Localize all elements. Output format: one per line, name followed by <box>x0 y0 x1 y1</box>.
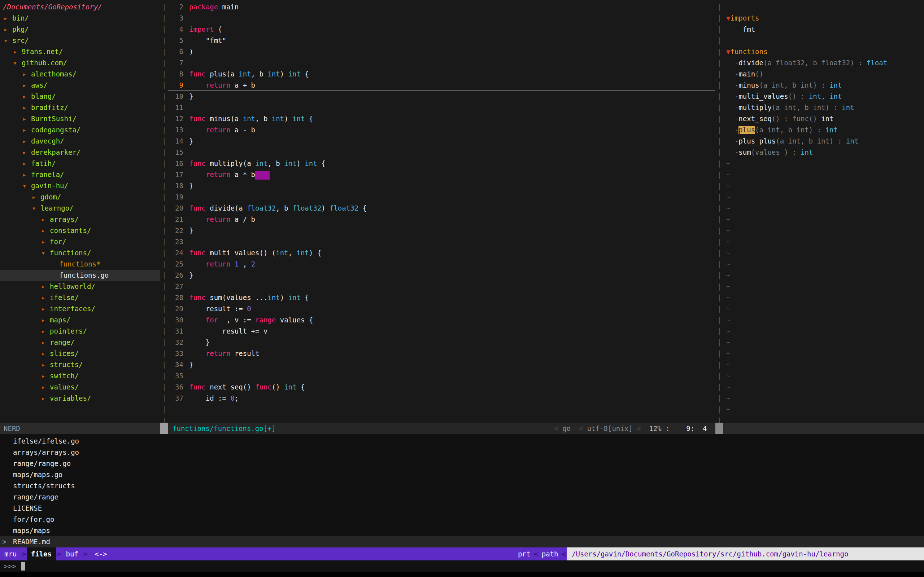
chevron-closed-icon[interactable]: ▸ <box>41 326 50 337</box>
buffer-list-item[interactable]: range/range <box>0 492 924 503</box>
chevron-closed-icon[interactable]: ▸ <box>23 158 31 169</box>
code-line[interactable]: 11 <box>168 102 716 113</box>
buffer-list-item[interactable]: LICENSE <box>0 503 924 514</box>
tagbar-row[interactable]: -plus(a int, b int) : int <box>726 124 924 135</box>
code-line[interactable]: 24func multi_values() (int, int) { <box>168 247 716 259</box>
tagbar-row[interactable] <box>726 35 924 46</box>
code-line[interactable]: 13 return a - b <box>168 124 716 135</box>
code-line[interactable]: 17 return a * b <box>168 169 716 180</box>
chevron-closed-icon[interactable]: ▸ <box>3 13 12 24</box>
unite-tab-mru[interactable]: mru <box>0 548 21 561</box>
code-line[interactable]: 21 return a / b <box>168 214 716 225</box>
chevron-closed-icon[interactable]: ▸ <box>41 236 50 247</box>
code-line[interactable]: 32 } <box>168 337 716 348</box>
tree-item[interactable]: ▸structs/ <box>0 359 160 371</box>
code-line[interactable]: 31 result += v <box>168 326 716 337</box>
chevron-closed-icon[interactable]: ▸ <box>41 292 50 303</box>
code-line[interactable]: 4import ( <box>168 24 716 35</box>
unite-tab-buf[interactable]: buf <box>61 548 82 561</box>
tree-item[interactable]: functions.go <box>0 270 160 281</box>
buffer-list-item[interactable]: range/range.go <box>0 458 924 469</box>
nerdtree-panel[interactable]: /Documents/GoRepository/ ▸bin/▸pkg/▾src/… <box>0 2 160 423</box>
tree-item[interactable]: ▾github.com/ <box>0 57 160 69</box>
tagbar-row[interactable]: -minus(a int, b int) : int <box>726 80 924 91</box>
code-line[interactable]: 6) <box>168 46 716 57</box>
tab-scroll-indicator[interactable]: <-> <box>95 548 107 561</box>
buffer-list-item[interactable]: structs/structs <box>0 480 924 492</box>
unite-tab-files[interactable]: files <box>27 548 56 561</box>
buffer-list-item[interactable]: for/for.go <box>0 514 924 525</box>
tagbar-row[interactable]: -multi_values() : int, int <box>726 91 924 102</box>
tagbar-panel[interactable]: ▼imports fmt▼functions -divide(a float32… <box>723 2 924 423</box>
chevron-closed-icon[interactable]: ▸ <box>13 46 22 57</box>
chevron-closed-icon[interactable]: ▸ <box>41 371 50 382</box>
code-line[interactable]: 9 return a + b <box>168 80 716 91</box>
buffer-list-item[interactable]: maps/maps.go <box>0 469 924 480</box>
tagbar-row[interactable] <box>726 2 924 13</box>
chevron-closed-icon[interactable]: ▸ <box>23 69 31 80</box>
code-line[interactable]: 28func sum(values ...int) int { <box>168 292 716 303</box>
chevron-closed-icon[interactable]: ▸ <box>41 359 50 371</box>
tree-item[interactable]: ▾learngo/ <box>0 203 160 214</box>
tree-item[interactable]: ▸gdom/ <box>0 192 160 203</box>
buffer-list-item[interactable]: arrays/arrays.go <box>0 447 924 458</box>
code-line[interactable]: 18} <box>168 180 716 192</box>
tree-item[interactable]: ▸ifelse/ <box>0 292 160 303</box>
code-line[interactable]: 8func plus(a int, b int) int { <box>168 69 716 80</box>
code-line[interactable]: 23 <box>168 236 716 247</box>
chevron-closed-icon[interactable]: ▸ <box>41 303 50 314</box>
chevron-open-icon[interactable]: ▾ <box>13 57 22 69</box>
tagbar-row[interactable]: ▼functions <box>726 46 924 57</box>
tagbar-row[interactable]: -divide(a float32, b float32) : float <box>726 57 924 69</box>
tree-item[interactable]: ▾src/ <box>0 35 160 46</box>
chevron-closed-icon[interactable]: ▸ <box>23 80 31 91</box>
tree-item[interactable]: ▸for/ <box>0 236 160 247</box>
code-line[interactable]: 16func multiply(a int, b int) int { <box>168 158 716 169</box>
editor-panel[interactable]: 2package main34import (5 "fmt"6)78func p… <box>168 2 716 423</box>
tagbar-row[interactable]: fmt <box>726 24 924 35</box>
tree-item[interactable]: ▸helloworld/ <box>0 281 160 292</box>
code-line[interactable]: 36func next_seq() func() int { <box>168 382 716 393</box>
tree-item[interactable]: ▸9fans.net/ <box>0 46 160 57</box>
chevron-closed-icon[interactable]: ▸ <box>41 214 50 225</box>
code-line[interactable]: 26} <box>168 270 716 281</box>
tagbar-row[interactable]: -main() <box>726 69 924 80</box>
tree-item[interactable]: ▸codegangsta/ <box>0 124 160 135</box>
code-line[interactable]: 15 <box>168 147 716 158</box>
chevron-closed-icon[interactable]: ▸ <box>41 314 50 326</box>
chevron-closed-icon[interactable]: ▸ <box>23 102 31 113</box>
tree-item[interactable]: ▸alecthomas/ <box>0 69 160 80</box>
tree-item[interactable]: ▾gavin-hu/ <box>0 180 160 192</box>
tree-item[interactable]: ▸pointers/ <box>0 326 160 337</box>
chevron-closed-icon[interactable]: ▸ <box>41 337 50 348</box>
tree-item[interactable]: ▸derekparker/ <box>0 147 160 158</box>
code-line[interactable]: 20func divide(a float32, b float32) floa… <box>168 203 716 214</box>
window-separator-right[interactable]: | | | | | | | | | | | | | | | | | | | | … <box>716 2 723 423</box>
buffer-list-item[interactable]: >README.md <box>0 536 924 548</box>
code-line[interactable]: 25 return 1 , 2 <box>168 259 716 270</box>
chevron-closed-icon[interactable]: ▸ <box>3 24 12 35</box>
chevron-closed-icon[interactable]: ▸ <box>41 348 50 359</box>
chevron-open-icon[interactable]: ▾ <box>23 180 31 192</box>
tree-item[interactable]: ▸variables/ <box>0 393 160 404</box>
tree-item[interactable]: ▾functions/ <box>0 247 160 259</box>
tagbar-row[interactable]: -sum(values ) : int <box>726 147 924 158</box>
tree-item[interactable]: ▸maps/ <box>0 314 160 326</box>
code-line[interactable]: 37 id := 0; <box>168 393 716 404</box>
tagbar-row[interactable]: -multiply(a int, b int) : int <box>726 102 924 113</box>
buffer-list-item[interactable]: maps/maps <box>0 525 924 536</box>
window-separator-left[interactable]: | | | | | | | | | | | | | | | | | | | | … <box>160 2 168 423</box>
tree-item[interactable]: functions* <box>0 259 160 270</box>
code-line[interactable]: 7 <box>168 57 716 69</box>
chevron-closed-icon[interactable]: ▸ <box>32 192 40 203</box>
tree-item[interactable]: ▸franela/ <box>0 169 160 180</box>
tree-item[interactable]: ▸constants/ <box>0 225 160 236</box>
chevron-closed-icon[interactable]: ▸ <box>23 91 31 102</box>
chevron-open-icon[interactable]: ▾ <box>41 247 50 259</box>
tree-item[interactable]: ▸bin/ <box>0 13 160 24</box>
buffer-list-item[interactable]: ifelse/ifelse.go <box>0 436 924 447</box>
code-line[interactable]: 14} <box>168 135 716 147</box>
tree-item[interactable]: ▸pkg/ <box>0 24 160 35</box>
tagbar-row[interactable]: -next_seq() : func() int <box>726 113 924 124</box>
chevron-closed-icon[interactable]: ▸ <box>41 382 50 393</box>
